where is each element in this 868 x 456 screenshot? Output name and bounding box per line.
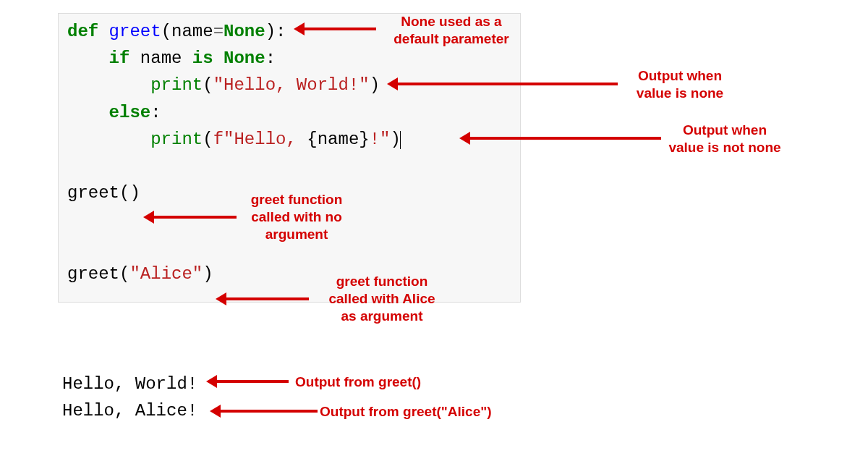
annotation-call-alice: greet functioncalled with Aliceas argume… <box>310 273 454 324</box>
text-cursor <box>400 131 401 149</box>
code-line-5: print(f"Hello, {name}!") <box>67 126 511 153</box>
annotation-output-greet: Output from greet() <box>295 373 421 391</box>
output-line-2: Hello, Alice! <box>62 397 197 424</box>
annotation-output-not-none: Output whenvalue is not none <box>660 122 790 156</box>
output-area: Hello, World! Hello, Alice! <box>62 371 197 424</box>
code-blank-1 <box>67 153 511 180</box>
code-line-2: if name is None: <box>67 45 511 72</box>
annotation-output-alice: Output from greet("Alice") <box>320 403 492 421</box>
annotation-default-parameter: None used as adefault parameter <box>379 13 524 48</box>
annotation-call-no-arg: greet functioncalled with noargument <box>239 191 354 242</box>
code-block: def greet(name=None): if name is None: p… <box>58 13 521 303</box>
output-line-1: Hello, World! <box>62 371 197 397</box>
code-line-4: else: <box>67 99 511 126</box>
annotation-output-none: Output whenvalue is none <box>622 67 738 102</box>
